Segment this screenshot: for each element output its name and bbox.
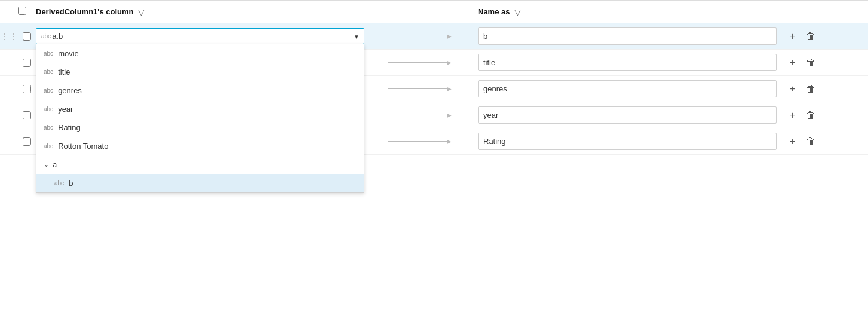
dropdown-label-rating: Rating — [58, 123, 81, 132]
target-column-header: Name as ▽ — [478, 7, 783, 17]
add-button-4[interactable]: + — [787, 109, 798, 122]
target-column-label: Name as — [478, 7, 510, 16]
row-checkbox-5 — [18, 137, 36, 146]
dropdown-item-rating[interactable]: abc Rating — [36, 118, 364, 137]
arrow-5 — [388, 138, 460, 145]
abc-badge-year: abc — [44, 106, 53, 112]
dropdown-menu-1: abc movie abc title abc genres abc year — [36, 44, 364, 193]
target-cell-3 — [478, 80, 783, 97]
dropdown-label-genres: genres — [58, 86, 82, 95]
target-input-2[interactable] — [478, 54, 777, 71]
abc-badge-movie: abc — [44, 50, 53, 57]
abc-badge-rating: abc — [44, 124, 53, 131]
target-input-4[interactable] — [478, 106, 777, 124]
source-value-1: a.b — [52, 32, 63, 41]
actions-cell-2: + 🗑 — [783, 56, 830, 69]
row-checkbox-2 — [18, 59, 36, 67]
actions-cell-5: + 🗑 — [783, 135, 830, 148]
arrow-cell-5 — [370, 138, 478, 145]
row-check-input-4[interactable] — [23, 111, 31, 119]
arrow-2 — [388, 59, 460, 66]
dropdown-group-label-a: a — [53, 160, 57, 169]
target-input-5[interactable] — [478, 133, 777, 150]
arrow-cell-1 — [370, 33, 478, 39]
target-cell-5 — [478, 133, 783, 150]
source-column-label: DerivedColumn1's column — [36, 7, 133, 16]
delete-button-4[interactable]: 🗑 — [803, 109, 818, 122]
abc-badge-1: abc — [41, 33, 51, 39]
delete-button-3[interactable]: 🗑 — [803, 82, 818, 96]
drag-handle-icon[interactable]: ⋮⋮ — [0, 32, 18, 41]
dropdown-item-title[interactable]: abc title — [36, 63, 364, 81]
source-dropdown-trigger-1[interactable]: abc a.b — [36, 28, 364, 44]
row-checkbox-1 — [18, 32, 36, 41]
dropdown-item-movie[interactable]: abc movie — [36, 44, 364, 63]
row-check-input-2[interactable] — [23, 59, 31, 67]
arrow-cell-2 — [370, 59, 478, 66]
table-header: DerivedColumn1's column ▽ Name as ▽ — [0, 1, 868, 23]
delete-button-5[interactable]: 🗑 — [803, 135, 818, 148]
add-button-3[interactable]: + — [787, 82, 798, 96]
dropdown-label-year: year — [58, 105, 73, 114]
arrow-cell-3 — [370, 85, 478, 92]
source-dropdown-wrapper-1: abc a.b ▼ abc movie abc title abc — [36, 28, 364, 44]
row-check-input-3[interactable] — [23, 85, 31, 93]
dropdown-group-a[interactable]: ⌄ a — [36, 155, 364, 174]
target-cell-2 — [478, 54, 783, 71]
arrow-4 — [388, 112, 460, 118]
header-checkbox[interactable] — [18, 7, 26, 15]
target-input-3[interactable] — [478, 80, 777, 97]
dropdown-label-b: b — [69, 179, 73, 188]
arrow-cell-4 — [370, 112, 478, 118]
abc-badge-b: abc — [54, 180, 64, 186]
table-container: DerivedColumn1's column ▽ Name as ▽ ⋮⋮ a… — [0, 0, 868, 328]
add-button-5[interactable]: + — [787, 135, 798, 148]
add-button-2[interactable]: + — [787, 56, 798, 69]
arrow-3 — [388, 85, 460, 92]
dropdown-item-b[interactable]: abc b — [36, 174, 364, 192]
dropdown-item-rotton[interactable]: abc Rotton Tomato — [36, 137, 364, 155]
actions-cell-4: + 🗑 — [783, 109, 830, 122]
source-cell-1: abc a.b ▼ abc movie abc title abc — [36, 28, 370, 44]
table-row: ⋮⋮ abc a.b ▼ abc movie abc — [0, 23, 868, 50]
delete-button-2[interactable]: 🗑 — [803, 56, 818, 69]
dropdown-label-title: title — [58, 68, 70, 76]
abc-badge-genres: abc — [44, 87, 53, 94]
add-button-1[interactable]: + — [787, 30, 798, 43]
actions-cell-3: + 🗑 — [783, 82, 830, 96]
dropdown-label-rotton: Rotton Tomato — [58, 142, 108, 151]
abc-badge-rotton: abc — [44, 143, 53, 149]
arrow-1 — [388, 33, 460, 39]
abc-badge-title: abc — [44, 69, 53, 75]
row-checkbox-4 — [18, 111, 36, 119]
target-cell-1 — [478, 27, 783, 45]
check-spacer — [18, 7, 36, 17]
row-check-input-1[interactable] — [23, 32, 31, 41]
target-input-1[interactable] — [478, 27, 777, 45]
dropdown-item-genres[interactable]: abc genres — [36, 81, 364, 100]
target-cell-4 — [478, 106, 783, 124]
source-column-header: DerivedColumn1's column ▽ — [36, 7, 370, 17]
target-filter-icon[interactable]: ▽ — [514, 7, 521, 17]
actions-cell-1: + 🗑 — [783, 30, 830, 43]
dropdown-item-year[interactable]: abc year — [36, 100, 364, 118]
row-check-input-5[interactable] — [23, 137, 31, 146]
row-checkbox-3 — [18, 85, 36, 93]
delete-button-1[interactable]: 🗑 — [803, 30, 818, 43]
source-filter-icon[interactable]: ▽ — [138, 7, 145, 17]
expand-icon-a: ⌄ — [44, 161, 49, 168]
dropdown-label-movie: movie — [58, 49, 79, 58]
